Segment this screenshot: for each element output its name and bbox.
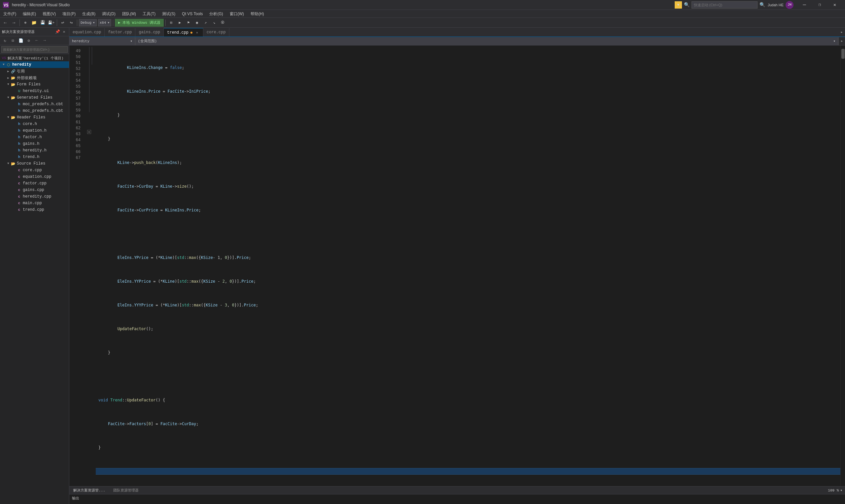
title-bar: VS heredity - Microsoft Visual Studio ▼ … [0, 0, 845, 10]
tree-item-equationcpp[interactable]: ▶ c equation.cpp [0, 174, 69, 180]
minimize-button[interactable]: — [797, 0, 812, 10]
nav-left-dropdown[interactable]: heredity ▾ [69, 37, 135, 45]
menu-item-build[interactable]: 生成(B) [79, 10, 99, 18]
tree-item-generated[interactable]: ▼ 📂 Generated Files [0, 94, 69, 101]
se-settings-button[interactable]: ⚙ [25, 37, 32, 44]
toolbar-btn-5[interactable]: ↗ [202, 19, 210, 27]
restore-button[interactable]: ❐ [812, 0, 827, 10]
forward-button[interactable]: → [10, 19, 18, 27]
save-all-button[interactable]: 💾+ [47, 19, 55, 27]
tab-factor[interactable]: factor.cpp [105, 28, 135, 37]
vertical-scrollbar[interactable] [840, 46, 845, 486]
tree-item-reditycpp[interactable]: ▶ c heredity.cpp [0, 193, 69, 200]
se-pin-button[interactable]: 📌 [54, 29, 60, 35]
tree-item-moc2[interactable]: ▶ h moc_predefs.h.cbt [0, 108, 69, 114]
menu-item-help[interactable]: 帮助(H) [247, 10, 267, 18]
formfiles-icon: 📂 [11, 82, 16, 87]
se-forward-button[interactable]: → [41, 37, 48, 44]
back-button[interactable]: ← [1, 19, 9, 27]
redo-button[interactable]: ↪ [67, 19, 75, 27]
editor-nav: heredity ▾ (全局范围) ▾ ▸ [69, 37, 845, 46]
tree-item-factorh[interactable]: ▶ h factor.h [0, 134, 69, 141]
quick-launch-input[interactable] [691, 1, 758, 8]
tree-item-moc1[interactable]: ▶ h moc_predefs.h.cbt [0, 101, 69, 108]
menu-item-edit[interactable]: 编辑(E) [19, 10, 39, 18]
menu-item-debug[interactable]: 调试(D) [99, 10, 119, 18]
se-show-files-button[interactable]: 📄 [17, 37, 24, 44]
undo-button[interactable]: ↩ [59, 19, 67, 27]
tree-item-refs[interactable]: ▶ 🔗 引用 [0, 68, 69, 74]
tree-item-heredityh[interactable]: ▶ h heredity.h [0, 147, 69, 154]
se-sync-button[interactable]: ↻ [1, 37, 8, 44]
scrollbar-thumb[interactable] [841, 49, 845, 59]
open-button[interactable]: 📁 [30, 19, 38, 27]
new-button[interactable]: ⊕ [21, 19, 29, 27]
nav-right-dropdown[interactable]: (全局范围) ▾ [135, 37, 839, 45]
expand-icon-generated: ▼ [6, 95, 11, 100]
se-back-button[interactable]: ← [33, 37, 40, 44]
user-avatar[interactable]: JH [786, 1, 793, 9]
tab-trend[interactable]: trend.cpp ✕ [164, 28, 203, 37]
menu-item-analyze[interactable]: 分析(G) [206, 10, 226, 18]
toolbar-btn-6[interactable]: ↘ [210, 19, 218, 27]
bottom-tab-solution[interactable]: 解决方案资源管... [69, 487, 109, 494]
tree-item-equationh[interactable]: ▶ h equation.h [0, 127, 69, 134]
code-editor[interactable]: KLineIns.Change = false; KLineIns.Price … [96, 46, 840, 486]
code-line-63: void Trend::UpdateFactor() { [96, 397, 840, 403]
title-text: heredity - Microsoft Visual Studio [12, 3, 675, 7]
se-search-input[interactable] [1, 46, 68, 53]
bottom-tab-team[interactable]: 团队资源管理器 [109, 487, 143, 494]
menu-item-test[interactable]: 测试(S) [159, 10, 179, 18]
close-button[interactable]: ✕ [827, 0, 842, 10]
tree-item-heredityui[interactable]: ▶ U heredity.ui [0, 88, 69, 94]
tree-item-corecpp[interactable]: ▶ c core.cpp [0, 167, 69, 174]
menu-item-team[interactable]: 团队(M) [119, 10, 139, 18]
tab-core[interactable]: core.cpp [203, 28, 229, 37]
tree-item-formfiles[interactable]: ▼ 📂 Form Files [0, 81, 69, 88]
menu-item-project[interactable]: 项目(P) [59, 10, 79, 18]
tree-item-coreh[interactable]: ▶ h core.h [0, 121, 69, 127]
tree-item-factorcpp[interactable]: ▶ c factor.cpp [0, 180, 69, 187]
menu-item-file[interactable]: 文件(F) [0, 10, 19, 18]
menu-item-qt[interactable]: Qt VS Tools [179, 10, 206, 18]
tab-trend-close[interactable]: ✕ [194, 30, 200, 35]
menu-item-tools[interactable]: 工具(T) [139, 10, 159, 18]
run-button[interactable]: ▶ 本地 Windows 调试器 [115, 19, 164, 27]
menu-item-window[interactable]: 窗口(W) [226, 10, 247, 18]
tree-item-gainscpp[interactable]: ▶ c gains.cpp [0, 187, 69, 193]
tree-item-trendh[interactable]: ▶ h trend.h [0, 154, 69, 160]
tree-item-gainsh[interactable]: ▶ h gains.h [0, 141, 69, 147]
toolbar-btn-3[interactable]: ⚑ [184, 19, 192, 27]
toolbar-btn-1[interactable]: ⊟ [168, 19, 175, 27]
zoom-control[interactable]: 109 % ▾ [825, 488, 845, 492]
debug-config-dropdown[interactable]: Debug ▾ [79, 19, 97, 26]
separator-4 [113, 19, 113, 26]
tree-item-sourcefiles[interactable]: ▼ 📂 Source Files [0, 160, 69, 167]
save-button[interactable]: 💾 [39, 19, 47, 27]
tree-item-external[interactable]: ▶ 📂 外部依赖项 [0, 74, 69, 81]
platform-dropdown[interactable]: x64 ▾ [98, 19, 111, 26]
toolbar: ← → ⊕ 📁 💾 💾+ ↩ ↪ Debug ▾ x64 ▾ ▶ 本地 Wind… [0, 18, 845, 28]
toolbar-btn-7[interactable]: ⦿ [219, 19, 227, 27]
tab-gains[interactable]: gains.cpp [135, 28, 164, 37]
code-line-60: UpdateFactor(); [96, 326, 840, 332]
tree-item-headerfiles[interactable]: ▼ 📂 Header Files [0, 114, 69, 121]
tabs-scroll-button[interactable]: ▸ [839, 28, 845, 37]
tree-item-trendcpp[interactable]: ▶ c trend.cpp [0, 206, 69, 213]
se-toolbar: ↻ ⊟ 📄 ⚙ ← → [0, 36, 69, 45]
trendcpp-label: trend.cpp [23, 208, 44, 212]
tab-equation[interactable]: equation.cpp [69, 28, 105, 37]
refs-label: 引用 [17, 69, 25, 74]
toolbar-btn-2[interactable]: ▶ [176, 19, 184, 27]
se-close-button[interactable]: ✕ [61, 29, 67, 35]
se-title: 解决方案资源管理器 [2, 29, 54, 34]
editor-scroll-right[interactable]: ▸ [839, 37, 845, 45]
se-collapse-button[interactable]: ⊟ [9, 37, 17, 44]
collapse-button-63[interactable]: ⊟ [87, 130, 91, 134]
tree-item-heredity[interactable]: ▼ ⬡ heredity [0, 61, 69, 68]
solution-label[interactable]: VS 解决方案'heredity'(1 个项目) [0, 55, 69, 61]
menu-item-view[interactable]: 视图(V) [39, 10, 59, 18]
tree-item-maincpp[interactable]: ▶ c main.cpp [0, 200, 69, 206]
factorcpp-label: factor.cpp [23, 181, 47, 186]
toolbar-btn-4[interactable]: ◉ [193, 19, 201, 27]
